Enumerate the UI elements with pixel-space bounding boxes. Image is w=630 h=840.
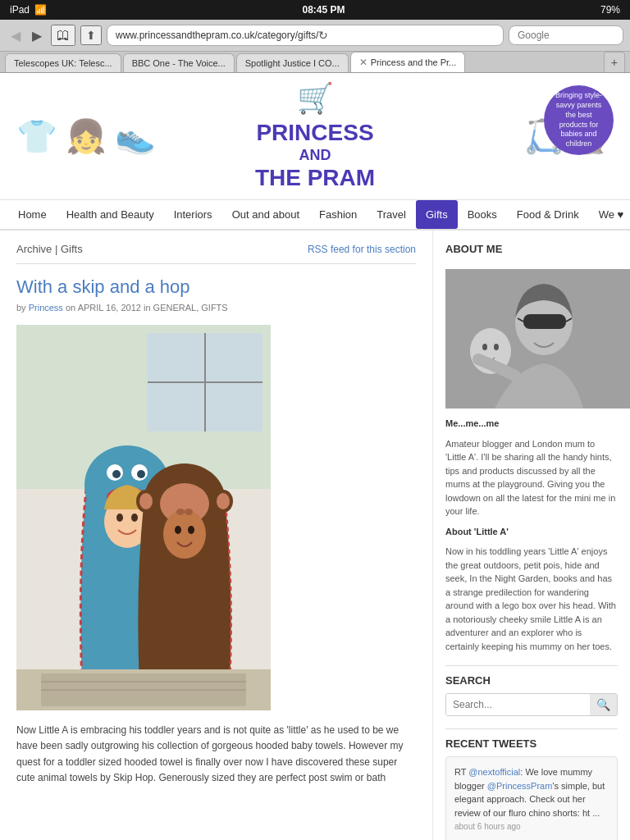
svg-point-9 xyxy=(112,470,121,478)
vest-icon: 👕 xyxy=(16,117,57,156)
nav-health[interactable]: Health and Beauty xyxy=(57,200,164,229)
meta-author[interactable]: Princess xyxy=(29,303,63,313)
nav-interiors[interactable]: Interiors xyxy=(164,200,222,229)
about-text: Me...me...me Amateur blogger and London … xyxy=(445,417,618,653)
meta-by: by xyxy=(16,303,26,313)
badge-text: Bringing style-savvy parents the best pr… xyxy=(550,91,607,148)
tab-close-icon[interactable]: ✕ xyxy=(359,57,368,68)
refresh-button[interactable]: ↻ xyxy=(318,29,495,42)
svg-point-13 xyxy=(116,514,123,522)
wifi-icon: 📶 xyxy=(34,4,47,16)
tab-telescopes[interactable]: Telescopes UK: Telesc... xyxy=(5,53,121,72)
tweet-text: RT @nextofficial: We love mummy blogger … xyxy=(454,765,609,833)
archive-header: Archive | Gifts RSS feed for this sectio… xyxy=(16,243,416,264)
nav-buttons: ◀ ▶ xyxy=(7,26,46,45)
nav-home[interactable]: Home xyxy=(8,200,57,229)
browser-chrome: ◀ ▶ 🕮 ⬆ www.princessandthepram.co.uk/cat… xyxy=(0,20,630,52)
svg-point-22 xyxy=(163,509,206,559)
browser-search-input[interactable] xyxy=(509,25,623,45)
back-button[interactable]: ◀ xyxy=(7,26,25,45)
search-button[interactable]: 🔍 xyxy=(590,694,617,715)
nav-we[interactable]: We ♥ xyxy=(589,200,630,229)
logo-line3: THE PRAM xyxy=(255,164,375,192)
tab-bbc[interactable]: BBC One - The Voice... xyxy=(123,53,235,72)
svg-point-20 xyxy=(217,493,230,509)
meta-categories: GENERAL, GIFTS xyxy=(153,303,228,313)
main-content: Archive | Gifts RSS feed for this sectio… xyxy=(0,231,630,840)
meta-on: on xyxy=(66,303,78,313)
device-label: iPad xyxy=(10,4,30,16)
content-area: Archive | Gifts RSS feed for this sectio… xyxy=(0,231,433,840)
share-button[interactable]: ⬆ xyxy=(80,25,102,45)
tweets-title: RECENT TWEETS xyxy=(445,728,618,750)
about-me-title: ABOUT ME xyxy=(445,243,618,259)
nav-travel[interactable]: Travel xyxy=(367,200,416,229)
tab-label: Telescopes UK: Telesc... xyxy=(14,58,112,68)
tweet-box: RT @nextofficial: We love mummy blogger … xyxy=(445,756,618,840)
site-header: 👕 👧 👟 🛒 PRINCESS AND THE PRAM 🛴 🦉 Bringi… xyxy=(0,73,630,200)
tweets-section: RECENT TWEETS RT @nextofficial: We love … xyxy=(445,728,618,840)
svg-point-25 xyxy=(176,509,185,515)
shoe-icon: 👟 xyxy=(115,117,156,156)
nav-out-about[interactable]: Out and about xyxy=(222,200,309,229)
about-desc1: Amateur blogger and London mum to 'Littl… xyxy=(445,437,618,518)
archive-breadcrumb: Archive | Gifts xyxy=(16,243,83,255)
svg-point-23 xyxy=(175,526,181,534)
site-logo[interactable]: 🛒 PRINCESS AND THE PRAM xyxy=(255,81,375,191)
sidebar: ABOUT ME xyxy=(433,231,630,840)
svg-point-18 xyxy=(139,493,153,509)
nav-food[interactable]: Food & Drink xyxy=(507,200,589,229)
tab-label: Spotlight Justice I CO... xyxy=(245,58,340,68)
svg-point-10 xyxy=(137,470,145,478)
battery-label: 79% xyxy=(600,4,620,16)
url-text: www.princessandthepram.co.uk/category/gi… xyxy=(116,30,318,41)
rss-link[interactable]: RSS feed for this section xyxy=(308,244,416,255)
about-me-me: Me...me...me xyxy=(445,418,499,428)
tweet-handle1[interactable]: @nextofficial xyxy=(468,767,520,777)
nav-menu: Home Health and Beauty Interiors Out and… xyxy=(0,200,630,231)
svg-point-14 xyxy=(131,514,138,522)
article-title: With a skip and a hop xyxy=(16,276,416,298)
tab-label: BBC One - The Voice... xyxy=(132,58,226,68)
tab-princess[interactable]: ✕ Princess and the Pr... xyxy=(350,52,466,72)
nav-gifts[interactable]: Gifts xyxy=(416,200,458,229)
logo-line2: AND xyxy=(255,147,375,164)
tabs-bar: Telescopes UK: Telesc... BBC One - The V… xyxy=(0,52,630,73)
article-meta: by Princess on APRIL 16, 2012 in GENERAL… xyxy=(16,303,416,313)
article-body: Now Little A is embracing his toddler ye… xyxy=(16,723,416,786)
svg-point-24 xyxy=(188,526,194,534)
about-subtitle: About 'Little A' xyxy=(445,527,509,536)
meta-date: APRIL 16, 2012 xyxy=(78,303,141,313)
nav-fashion[interactable]: Fashion xyxy=(309,200,367,229)
search-title: SEARCH xyxy=(445,665,618,687)
svg-rect-34 xyxy=(523,314,566,329)
logo-line1: PRINCESS xyxy=(255,119,375,147)
svg-point-38 xyxy=(482,344,487,350)
search-box: 🔍 xyxy=(445,693,618,716)
status-time: 08:45 PM xyxy=(302,4,345,16)
tab-spotlight[interactable]: Spotlight Justice I CO... xyxy=(236,53,349,72)
svg-point-26 xyxy=(185,509,193,515)
about-desc2: Now in his toddling years 'Little A' enj… xyxy=(445,545,618,653)
bookmarks-button[interactable]: 🕮 xyxy=(51,25,75,46)
search-input[interactable] xyxy=(446,694,590,715)
search-section: SEARCH 🔍 xyxy=(445,665,618,716)
svg-point-39 xyxy=(494,344,499,350)
nav-books[interactable]: Books xyxy=(458,200,507,229)
meta-in: in xyxy=(144,303,153,313)
brand-badge: Bringing style-savvy parents the best pr… xyxy=(544,85,614,155)
tweet-handle2[interactable]: @PrincessPram xyxy=(487,781,553,791)
status-right: 79% xyxy=(600,4,620,16)
girl-figure-icon: 👧 xyxy=(66,117,107,156)
about-photo xyxy=(445,269,630,409)
pram-icon: 🛒 xyxy=(255,81,375,116)
new-tab-button[interactable]: + xyxy=(604,52,625,72)
tweet-time: about 6 hours ago xyxy=(454,822,521,831)
address-bar[interactable]: www.princessandthepram.co.uk/category/gi… xyxy=(107,25,504,46)
article-image xyxy=(16,325,271,710)
status-left: iPad 📶 xyxy=(10,4,47,16)
status-bar: iPad 📶 08:45 PM 79% xyxy=(0,0,630,20)
tab-label: Princess and the Pr... xyxy=(371,57,457,67)
forward-button[interactable]: ▶ xyxy=(28,26,46,45)
header-deco-left: 👕 👧 👟 xyxy=(16,117,255,156)
